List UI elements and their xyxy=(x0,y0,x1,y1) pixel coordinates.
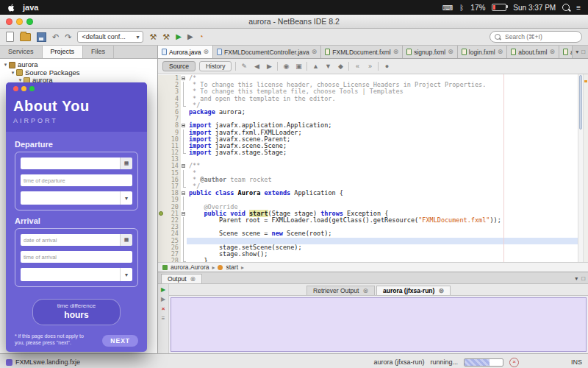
fold-marker[interactable] xyxy=(181,102,187,109)
output-console[interactable] xyxy=(171,297,587,352)
output-tab[interactable]: Retriever Output⊗ xyxy=(306,286,375,295)
editor-tab[interactable]: login.fxml⊗ xyxy=(458,46,507,58)
fold-marker[interactable] xyxy=(181,149,187,156)
editor-tab[interactable]: airport.fxml⊗ xyxy=(559,46,572,58)
code-text[interactable]: import javafx.stage.Stage; xyxy=(187,149,578,156)
debug-project-button[interactable]: ▶ xyxy=(187,33,193,40)
fold-marker[interactable] xyxy=(181,210,187,217)
build-project-button[interactable]: ⚒ xyxy=(149,33,157,41)
zoom-window-button[interactable] xyxy=(29,86,35,91)
stop-process-button[interactable]: × xyxy=(509,358,519,367)
quick-search[interactable] xyxy=(490,31,582,43)
editor-tab[interactable]: signup.fxml⊗ xyxy=(403,46,458,58)
float-output-button[interactable]: □ xyxy=(581,275,585,282)
profile-project-button[interactable]: ◔ xyxy=(199,33,204,40)
close-tab-icon[interactable]: ⊗ xyxy=(312,49,318,55)
editor-tab[interactable]: FXMLDocumentController.java⊗ xyxy=(213,46,321,58)
departure-date-input[interactable] xyxy=(21,158,120,169)
fold-marker[interactable] xyxy=(181,183,187,190)
editor-tab[interactable]: Aurora.java⊗ xyxy=(158,46,213,58)
arrival-date-input[interactable] xyxy=(21,234,120,246)
code-text[interactable]: Scene scene = new Scene(root); xyxy=(187,230,578,237)
collapse-fold-icon[interactable] xyxy=(182,77,185,80)
sidebar-tab-projects[interactable]: Projects xyxy=(43,46,84,58)
close-tab-icon[interactable]: ⊗ xyxy=(362,288,368,294)
close-tab-icon[interactable]: ⊗ xyxy=(498,49,503,55)
fold-marker[interactable] xyxy=(181,251,187,258)
minimize-window-button[interactable] xyxy=(16,18,23,25)
code-text[interactable]: * @author team rocket xyxy=(187,177,578,183)
previous-bookmark-button[interactable]: ▲ xyxy=(311,63,320,70)
code-text[interactable]: */ xyxy=(187,102,578,109)
redo-button[interactable]: ↷ xyxy=(65,33,71,41)
undo-button[interactable]: ↶ xyxy=(52,33,59,41)
shift-right-button[interactable]: » xyxy=(365,63,374,70)
new-file-button[interactable] xyxy=(6,32,14,42)
shift-left-button[interactable]: « xyxy=(353,63,362,70)
fold-marker[interactable] xyxy=(181,96,187,102)
notification-center-icon[interactable]: ≡ xyxy=(576,4,581,12)
active-app-menu[interactable]: java xyxy=(23,3,38,12)
highlight-occurrences-button[interactable]: ▣ xyxy=(294,63,303,70)
back-button[interactable]: ◀ xyxy=(252,63,261,70)
code-text[interactable] xyxy=(187,197,578,203)
close-tab-icon[interactable]: ⊗ xyxy=(448,49,453,55)
breadcrumb-item[interactable]: aurora.Aurora xyxy=(171,263,209,271)
collapse-fold-icon[interactable] xyxy=(182,124,185,127)
code-text[interactable]: package aurora; xyxy=(187,109,578,116)
arrival-time-input[interactable] xyxy=(21,251,132,263)
close-tab-icon[interactable]: ⊗ xyxy=(549,49,555,55)
rerun-button[interactable]: ▶ xyxy=(161,287,165,293)
fold-marker[interactable] xyxy=(181,238,187,244)
collapse-fold-icon[interactable] xyxy=(182,212,185,216)
code-text[interactable]: Parent root = FXMLLoader.load(getClass()… xyxy=(187,217,578,224)
minimize-window-button[interactable] xyxy=(21,86,26,91)
bluetooth-icon[interactable]: ᛒ xyxy=(459,4,464,12)
output-window-tab[interactable]: Output ⊗ xyxy=(161,274,202,283)
collapse-fold-icon[interactable] xyxy=(182,191,185,195)
breadcrumb-item[interactable]: start xyxy=(226,263,238,271)
apple-menu-icon[interactable] xyxy=(7,3,15,13)
scrollbar-thumb[interactable] xyxy=(579,75,582,130)
clear-output-button[interactable]: ≡ xyxy=(162,316,165,322)
run-configuration-select[interactable]: <default conf... ▾ xyxy=(77,31,143,43)
editor-tab[interactable]: about.fxml⊗ xyxy=(507,46,559,58)
close-tab-icon[interactable]: ⊗ xyxy=(438,288,444,294)
zoom-window-button[interactable] xyxy=(26,18,33,25)
next-bookmark-button[interactable]: ▼ xyxy=(323,63,332,70)
code-text[interactable] xyxy=(187,156,578,163)
find-selection-button[interactable]: ◉ xyxy=(282,63,290,70)
battery-icon[interactable] xyxy=(492,4,506,11)
fold-marker[interactable] xyxy=(181,163,187,169)
open-project-button[interactable] xyxy=(20,33,31,41)
rerun-with-options-button[interactable]: ▶ xyxy=(161,297,165,302)
close-tab-icon[interactable]: ⊗ xyxy=(393,49,399,55)
tab-list-button[interactable]: ▾ xyxy=(576,49,578,55)
code-text[interactable]: /** xyxy=(187,163,578,169)
sidebar-tab-files[interactable]: Files xyxy=(83,46,114,58)
sidebar-tab-services[interactable]: Services xyxy=(0,46,43,58)
code-text[interactable]: public class Aurora extends Application … xyxy=(187,190,578,197)
collapse-fold-icon[interactable] xyxy=(182,164,185,168)
code-editor[interactable]: 1/*2 * To change this license header, ch… xyxy=(158,74,588,262)
expander-icon[interactable]: ▾ xyxy=(10,69,16,77)
fold-marker[interactable] xyxy=(181,258,187,262)
close-window-button[interactable] xyxy=(6,18,12,25)
departure-dropdown[interactable]: ▾ xyxy=(21,191,132,205)
fold-marker[interactable] xyxy=(181,136,187,143)
start-macro-recording-button[interactable]: ● xyxy=(382,63,391,70)
arrival-dropdown[interactable]: ▾ xyxy=(21,268,132,281)
history-view-button[interactable]: History xyxy=(199,61,232,71)
code-text[interactable]: stage.show(); xyxy=(187,251,578,258)
run-project-button[interactable]: ▶ xyxy=(176,33,182,40)
fold-marker[interactable] xyxy=(181,75,187,82)
fold-marker[interactable] xyxy=(181,244,187,251)
fold-marker[interactable] xyxy=(181,82,187,88)
fold-marker[interactable] xyxy=(181,170,187,177)
tree-item[interactable]: ▾aurora xyxy=(0,61,157,69)
close-window-button[interactable] xyxy=(13,86,18,91)
code-text[interactable]: * and open the template in the editor. xyxy=(187,96,578,102)
last-edit-button[interactable]: ✎ xyxy=(240,63,248,70)
close-output-icon[interactable]: ⊗ xyxy=(190,276,196,283)
fold-marker[interactable] xyxy=(181,230,187,237)
